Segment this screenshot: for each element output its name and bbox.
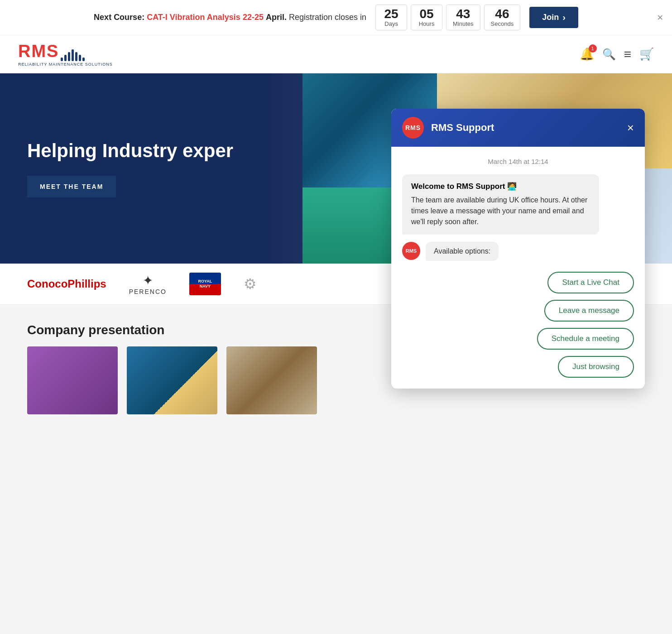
banner-course-name: CAT-I Vibration Analysis [147, 13, 240, 22]
chat-welcome-bubble: Welcome to RMS Support 🧑‍💻 The team are … [402, 174, 599, 235]
banner-text: Next Course: CAT-I Vibration Analysis 22… [94, 13, 366, 22]
banner-close-button[interactable]: × [657, 12, 663, 24]
chat-welcome-body: The team are available during UK office … [411, 195, 590, 227]
notification-bell-wrapper[interactable]: 1 🔔 [580, 47, 594, 61]
cart-icon: 🛒 [639, 47, 654, 61]
cart-button[interactable]: 🛒 [639, 47, 654, 61]
company-image-2 [127, 346, 217, 414]
notification-badge: 1 [589, 44, 597, 53]
logo-top: RMS [18, 42, 113, 61]
search-icon: 🔍 [602, 48, 616, 60]
chat-available-label: Available options: [434, 247, 490, 255]
meet-team-label: MEET THE TEAM [40, 183, 103, 190]
join-arrow-icon: › [562, 12, 566, 23]
company-image-3 [226, 346, 317, 414]
chat-header: RMS RMS Support × [391, 109, 645, 147]
partner-more-icon: ⚙ [244, 275, 257, 293]
chat-body: March 14th at 12:14 Welcome to RMS Suppo… [391, 147, 645, 389]
partner-perenco: ✦ PERENCO [129, 273, 167, 295]
signal-bar-2 [64, 55, 67, 61]
signal-bar-6 [79, 55, 81, 61]
chat-close-icon: × [627, 121, 634, 134]
perenco-name: PERENCO [129, 288, 167, 295]
chat-timestamp: March 14th at 12:14 [402, 158, 634, 165]
signal-bar-7 [82, 58, 85, 61]
countdown-hours: 05 Hours [411, 5, 442, 30]
logo-signal-icon [61, 49, 85, 61]
hero-title: Helping Industry exper [27, 139, 233, 162]
logo: RMS RELIABILITY MAINTENANCE SOLUTIONS [18, 42, 113, 67]
menu-button[interactable]: ≡ [624, 47, 631, 62]
seconds-label: Seconds [491, 20, 514, 27]
countdown-group: 25 Days 05 Hours 43 Minutes 46 Seconds [375, 5, 520, 30]
signal-bar-4 [72, 49, 74, 61]
chat-small-avatar: RMS [402, 242, 420, 260]
meet-team-button[interactable]: MEET THE TEAM [27, 176, 116, 197]
schedule-meeting-button[interactable]: Schedule a meeting [537, 328, 634, 350]
top-banner: Next Course: CAT-I Vibration Analysis 22… [0, 0, 672, 35]
minutes-label: Minutes [453, 20, 474, 27]
banner-closing-text: Registration closes in [289, 13, 366, 22]
schedule-meeting-label: Schedule a meeting [552, 334, 619, 343]
chat-close-button[interactable]: × [627, 122, 634, 134]
chat-header-left: RMS RMS Support [402, 117, 494, 139]
header-icons: 1 🔔 🔍 ≡ 🛒 [580, 47, 654, 62]
hours-value: 05 [420, 8, 434, 20]
banner-date-range: 22-25 [243, 13, 264, 22]
hamburger-icon: ≡ [624, 47, 631, 61]
logo-wrapper: RMS RELIABILITY MAINTENANCE SOLUTIONS [18, 42, 113, 67]
banner-text-after: April. [266, 13, 287, 22]
logo-rms-text: RMS [18, 42, 59, 61]
start-live-chat-label: Start a Live Chat [562, 278, 619, 287]
chat-welcome-title: Welcome to RMS Support 🧑‍💻 [411, 182, 590, 191]
perenco-star-icon: ✦ [143, 273, 153, 288]
countdown-seconds: 46 Seconds [484, 5, 521, 30]
header: RMS RELIABILITY MAINTENANCE SOLUTIONS 1 … [0, 35, 672, 73]
chat-widget: RMS RMS Support × March 14th at 12:14 We… [391, 109, 645, 389]
close-icon: × [657, 12, 663, 23]
banner-prefix: Next Course: [94, 13, 144, 22]
start-live-chat-button[interactable]: Start a Live Chat [547, 272, 634, 293]
countdown-days: 25 Days [375, 5, 407, 30]
days-value: 25 [384, 8, 398, 20]
signal-bar-5 [75, 52, 77, 61]
countdown-minutes: 43 Minutes [446, 5, 480, 30]
just-browsing-label: Just browsing [572, 362, 619, 371]
minutes-value: 43 [456, 8, 470, 20]
chat-available-row: RMS Available options: [402, 242, 634, 261]
royal-navy-label: ROYALNAVY [198, 279, 212, 289]
join-button[interactable]: Join › [529, 7, 578, 28]
join-label: Join [542, 13, 559, 22]
partner-conocophillips: ConocoPhillips [27, 278, 106, 290]
chat-options: Start a Live Chat Leave a message Schedu… [402, 272, 634, 378]
leave-message-button[interactable]: Leave a message [544, 300, 634, 322]
chat-small-avatar-text: RMS [406, 248, 417, 254]
hero-content: Helping Industry exper MEET THE TEAM [27, 139, 233, 197]
partner-royal-navy: ROYALNAVY [189, 273, 221, 295]
leave-message-label: Leave a message [559, 306, 619, 315]
days-label: Days [384, 20, 398, 27]
signal-bar-3 [68, 52, 70, 61]
hours-label: Hours [419, 20, 435, 27]
just-browsing-button[interactable]: Just browsing [558, 356, 634, 378]
seconds-value: 46 [495, 8, 509, 20]
chat-title: RMS Support [431, 122, 494, 134]
signal-bar-1 [61, 58, 63, 61]
company-image-1 [27, 346, 118, 414]
search-button[interactable]: 🔍 [602, 48, 616, 61]
logo-subtitle: RELIABILITY MAINTENANCE SOLUTIONS [18, 62, 113, 67]
chat-avatar-text: RMS [405, 124, 421, 131]
chat-available-bubble: Available options: [426, 242, 499, 261]
chat-avatar: RMS [402, 117, 424, 139]
